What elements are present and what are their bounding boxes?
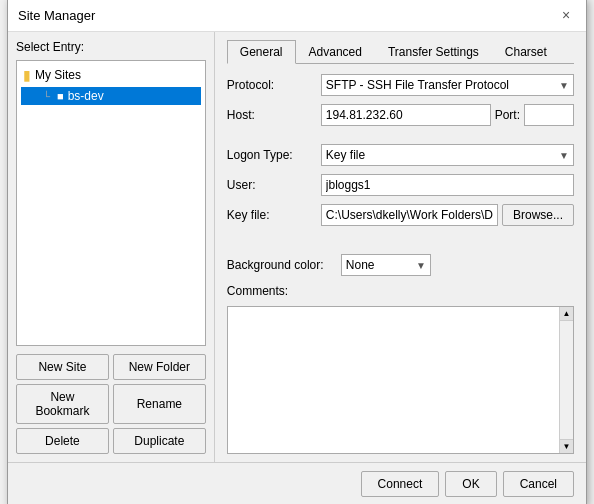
logon-type-select[interactable]: Key file ▼	[321, 144, 574, 166]
protocol-label: Protocol:	[227, 78, 317, 92]
main-content: Select Entry: ▮ My Sites └ ■ bs-dev New …	[8, 32, 586, 462]
host-row: Host: Port:	[227, 104, 574, 126]
site-label: bs-dev	[68, 89, 104, 103]
close-icon[interactable]: ×	[556, 5, 576, 25]
tab-advanced[interactable]: Advanced	[296, 40, 375, 63]
left-panel: Select Entry: ▮ My Sites └ ■ bs-dev New …	[8, 32, 215, 462]
comments-area[interactable]: ▲ ▼	[227, 306, 574, 454]
folder-label: My Sites	[35, 68, 81, 82]
host-label: Host:	[227, 108, 317, 122]
key-file-row: Key file: C:\Users\dkelly\Work Folders\D…	[227, 204, 574, 226]
key-file-group: C:\Users\dkelly\Work Folders\D Browse...	[321, 204, 574, 226]
logon-type-label: Logon Type:	[227, 148, 317, 162]
user-input[interactable]	[321, 174, 574, 196]
new-bookmark-button[interactable]: New Bookmark	[16, 384, 109, 424]
left-buttons: New Site New Folder New Bookmark Rename …	[16, 354, 206, 454]
comments-label: Comments:	[227, 284, 317, 298]
browse-button[interactable]: Browse...	[502, 204, 574, 226]
title-bar: Site Manager ×	[8, 0, 586, 32]
scrollbar-down-button[interactable]: ▼	[560, 439, 573, 453]
tabs: General Advanced Transfer Settings Chars…	[227, 40, 574, 64]
connect-button[interactable]: Connect	[361, 471, 440, 497]
protocol-value: SFTP - SSH File Transfer Protocol	[326, 78, 509, 92]
user-row: User:	[227, 174, 574, 196]
user-label: User:	[227, 178, 317, 192]
protocol-dropdown-icon: ▼	[559, 80, 569, 91]
new-site-button[interactable]: New Site	[16, 354, 109, 380]
bg-color-dropdown-icon: ▼	[416, 260, 426, 271]
host-port-group: Port:	[321, 104, 574, 126]
tab-transfer-settings[interactable]: Transfer Settings	[375, 40, 492, 63]
host-input[interactable]	[321, 104, 491, 126]
scrollbar[interactable]: ▲ ▼	[559, 307, 573, 453]
right-panel: General Advanced Transfer Settings Chars…	[215, 32, 586, 462]
folder-icon: ▮	[23, 67, 31, 83]
bottom-bar: Connect OK Cancel	[8, 462, 586, 504]
protocol-select[interactable]: SFTP - SSH File Transfer Protocol ▼	[321, 74, 574, 96]
site-manager-window: Site Manager × Select Entry: ▮ My Sites …	[7, 0, 587, 504]
logon-dropdown-icon: ▼	[559, 150, 569, 161]
duplicate-button[interactable]: Duplicate	[113, 428, 206, 454]
tab-charset[interactable]: Charset	[492, 40, 560, 63]
tab-general[interactable]: General	[227, 40, 296, 64]
logon-type-row: Logon Type: Key file ▼	[227, 144, 574, 166]
scrollbar-up-button[interactable]: ▲	[560, 307, 573, 321]
tree-item-bs-dev[interactable]: └ ■ bs-dev	[21, 87, 201, 105]
select-entry-label: Select Entry:	[16, 40, 206, 54]
protocol-row: Protocol: SFTP - SSH File Transfer Proto…	[227, 74, 574, 96]
tree-folder-my-sites[interactable]: ▮ My Sites	[21, 65, 201, 85]
bg-color-row: Background color: None ▼	[227, 254, 574, 276]
comments-row: Comments:	[227, 284, 574, 298]
site-icon: ■	[57, 90, 64, 102]
bg-color-value: None	[346, 258, 375, 272]
tree-connector-icon: └	[43, 91, 53, 102]
bg-color-label: Background color:	[227, 258, 337, 272]
ok-button[interactable]: OK	[445, 471, 496, 497]
rename-button[interactable]: Rename	[113, 384, 206, 424]
logon-type-value: Key file	[326, 148, 365, 162]
port-label: Port:	[495, 108, 520, 122]
new-folder-button[interactable]: New Folder	[113, 354, 206, 380]
key-file-value: C:\Users\dkelly\Work Folders\D	[326, 208, 493, 222]
bg-color-select[interactable]: None ▼	[341, 254, 431, 276]
cancel-button[interactable]: Cancel	[503, 471, 574, 497]
window-title: Site Manager	[18, 8, 95, 23]
tree-area[interactable]: ▮ My Sites └ ■ bs-dev	[16, 60, 206, 346]
delete-button[interactable]: Delete	[16, 428, 109, 454]
key-file-label: Key file:	[227, 208, 317, 222]
key-file-input[interactable]: C:\Users\dkelly\Work Folders\D	[321, 204, 498, 226]
port-input[interactable]	[524, 104, 574, 126]
